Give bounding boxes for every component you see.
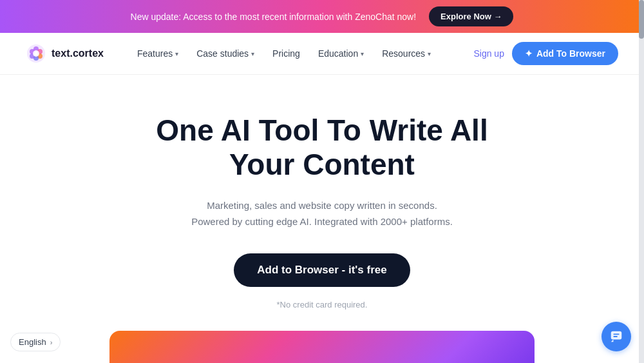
no-credit-text: *No credit card required.: [277, 300, 368, 309]
hero-section: One AI Tool To Write All Your Content Ma…: [0, 75, 644, 329]
signup-link[interactable]: Sign up: [473, 48, 504, 59]
announcement-banner: New update: Access to the most recent in…: [0, 0, 644, 33]
language-selector[interactable]: English ›: [10, 333, 61, 351]
language-label: English: [19, 337, 46, 347]
logo-text: text.cortex: [52, 48, 104, 59]
logo[interactable]: text.cortex: [26, 43, 104, 64]
navbar: text.cortex Features ▾ Case studies ▾ Pr…: [0, 33, 644, 75]
nav-education[interactable]: Education ▾: [310, 43, 372, 64]
add-to-browser-nav-button[interactable]: ✦ Add To Browser: [512, 42, 618, 65]
svg-point-7: [33, 50, 39, 57]
banner-text: New update: Access to the most recent in…: [131, 12, 417, 22]
explore-now-button[interactable]: Explore Now →: [429, 6, 513, 26]
chevron-down-icon: ▾: [428, 50, 431, 57]
nav-actions: Sign up ✦ Add To Browser: [473, 42, 618, 65]
scrollbar[interactable]: [639, 0, 644, 363]
svg-rect-8: [611, 331, 622, 340]
chevron-right-icon: ›: [50, 338, 53, 346]
hero-subtitle: Marketing, sales and website copy writte…: [191, 197, 453, 230]
chat-icon: [609, 329, 623, 344]
hero-title: One AI Tool To Write All Your Content: [129, 113, 515, 182]
chevron-down-icon: ▾: [175, 50, 178, 57]
nav-links: Features ▾ Case studies ▾ Pricing Educat…: [129, 43, 474, 64]
nav-features[interactable]: Features ▾: [129, 43, 186, 64]
chevron-down-icon: ▾: [251, 50, 254, 57]
bottom-gradient-preview: [109, 331, 535, 363]
nav-case-studies[interactable]: Case studies ▾: [189, 43, 262, 64]
nav-pricing[interactable]: Pricing: [265, 43, 308, 64]
svg-rect-10: [613, 333, 619, 335]
scrollbar-thumb[interactable]: [639, 0, 644, 39]
chat-button[interactable]: [601, 322, 631, 351]
nav-resources[interactable]: Resources ▾: [374, 43, 439, 64]
svg-rect-11: [613, 336, 617, 337]
logo-icon: [26, 43, 46, 64]
cta-add-to-browser-button[interactable]: Add to Browser - it's free: [234, 253, 410, 287]
svg-marker-9: [611, 340, 614, 342]
chevron-down-icon: ▾: [361, 50, 364, 57]
star-icon: ✦: [525, 48, 533, 59]
